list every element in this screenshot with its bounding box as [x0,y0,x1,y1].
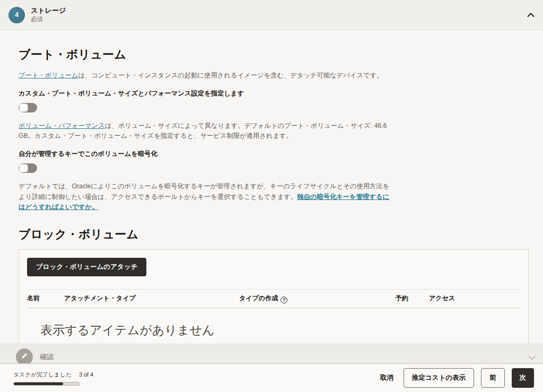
progress-fill [14,382,63,385]
encrypt-paragraph: デフォルトでは、Oracleによりこのボリュームを暗号化するキーが管理されますが… [19,181,390,213]
progress-block: タスクが完了しました 3 of 4 [13,371,93,386]
volume-performance-link[interactable]: ボリューム・パフォーマンス [19,122,105,129]
block-volume-heading: ブロック・ボリューム [19,227,529,242]
help-icon[interactable]: ? [281,297,287,303]
accordion-header-review[interactable]: 確認 [0,344,543,363]
chevron-up-icon[interactable] [527,10,535,20]
step-header-text: ストレージ 必須 [31,6,66,23]
block-volume-table: 名前 アタッチメント・タイプ タイプの作成? 予約 アクセス [27,289,520,308]
boot-volume-link[interactable]: ブート・ボリューム [19,72,78,79]
column-header-attachment-type: アタッチメント・タイプ [64,294,136,302]
wizard-footer: タスクが完了しました 3 of 4 取消 推定コストの表示 前 次 [0,363,543,392]
toggle-knob [19,103,28,112]
progress-bar [13,382,80,386]
cancel-button[interactable]: 取消 [377,369,397,387]
column-header-access: アクセス [429,294,455,302]
previous-button[interactable]: 前 [481,368,505,388]
block-volume-panel: ブロック・ボリュームのアタッチ 名前 アタッチメント・タイプ タイプの作成? 予… [19,249,529,356]
volume-performance-paragraph: ボリューム・パフォーマンスは、ボリューム・サイズによって異なります。デフォルトの… [19,121,390,142]
footer-buttons: 取消 推定コストの表示 前 次 [377,368,534,388]
custom-size-toggle[interactable] [19,103,37,112]
boot-volume-intro-text: は、コンピュート・インスタンスの起動に使用されるイメージを含む、デタッチ可能なデ… [78,72,383,79]
storage-step-content: ブート・ボリューム ブート・ボリュームは、コンピュート・インスタンスの起動に使用… [0,31,543,344]
empty-state-title: 表示するアイテムがありません [40,322,520,338]
chevron-down-icon[interactable] [528,353,536,362]
review-label: 確認 [40,352,54,362]
column-header-name: 名前 [27,294,40,302]
table-header-row: 名前 アタッチメント・タイプ タイプの作成? 予約 アクセス [27,290,520,308]
boot-volume-intro: ブート・ボリュームは、コンピュート・インスタンスの起動に使用されるイメージを含む… [19,71,390,81]
show-estimated-cost-button[interactable]: 推定コストの表示 [404,368,474,388]
review-step-badge [16,349,33,363]
progress-label: タスクが完了しました [13,371,72,379]
accordion-header-storage[interactable]: 4 ストレージ 必須 [0,0,543,30]
custom-size-label: カスタム・ブート・ボリューム・サイズとパフォーマンス設定を指定します [19,89,529,98]
step-number-badge: 4 [8,7,25,23]
toggle-knob [19,164,28,172]
progress-count: 3 of 4 [79,371,93,379]
next-button[interactable]: 次 [512,368,535,388]
step-required-label: 必須 [31,15,66,23]
encrypt-toggle[interactable] [19,163,37,173]
column-header-reservation: 予約 [396,294,408,302]
attach-block-volume-button[interactable]: ブロック・ボリュームのアタッチ [27,258,146,276]
pencil-icon [21,352,28,362]
encrypt-label: 自分が管理するキーでこのボリュームを暗号化 [19,150,529,159]
boot-volume-heading: ブート・ボリューム [19,47,529,63]
step-number: 4 [15,11,19,19]
column-header-create-type: タイプの作成 [239,294,278,302]
step-title: ストレージ [31,6,66,15]
